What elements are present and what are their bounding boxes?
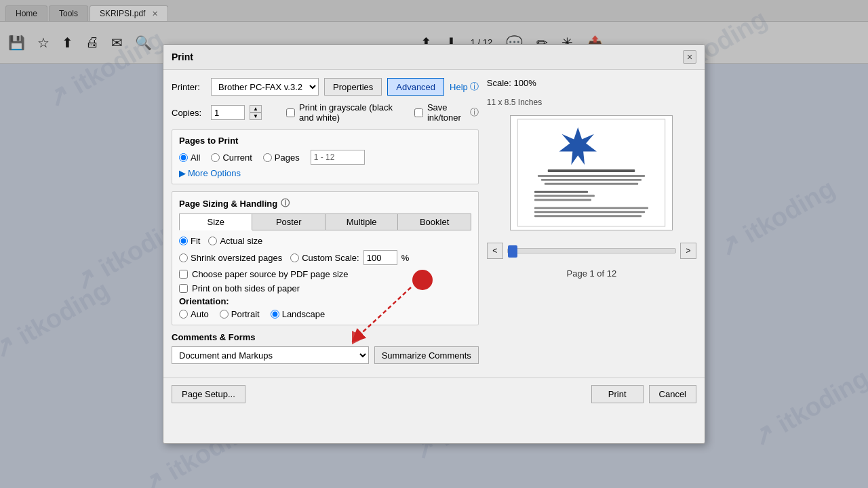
sizing-tab-multiple[interactable]: Multiple [326,214,398,230]
sizing-tab-size[interactable]: Size [179,214,252,230]
advanced-button[interactable]: Advanced [387,78,444,96]
copies-spinner: ▲ ▼ [250,105,262,120]
print-dialog: Print × Printer: Brother PC-FAX v.3.2 Pr… [163,44,705,444]
custom-scale-input[interactable] [363,250,397,265]
pages-pages-radio[interactable] [263,153,272,162]
help-link[interactable]: Help ⓘ [450,81,479,93]
dialog-body: Printer: Brother PC-FAX v.3.2 Properties… [163,70,705,372]
spinner-down[interactable]: ▼ [250,113,262,120]
choose-paper-checkbox[interactable] [179,270,188,279]
shrink-row: Shrink oversized pages Custom Scale: % [179,250,471,265]
spinner-up[interactable]: ▲ [250,105,262,113]
print-both-sides-checkbox[interactable] [179,284,188,293]
properties-button[interactable]: Properties [324,78,382,96]
footer-right: Print Cancel [591,385,696,403]
custom-scale-radio[interactable] [290,253,299,262]
fit-radio[interactable] [179,237,188,245]
landscape-radio[interactable] [271,310,279,319]
app-background: ↗ itkoding ↗ itkoding ↗ itkoding ↗ itkod… [0,0,868,488]
page-sizing-info-icon: ⓘ [281,197,290,209]
print-button[interactable]: Print [591,385,644,403]
dialog-footer: Page Setup... Print Cancel [163,378,705,410]
comments-forms-section: Comments & Forms Document and Markups Do… [172,332,479,364]
pages-to-print-title: Pages to Print [179,136,471,146]
orientation-section: Orientation: Auto Portrait [179,296,471,319]
slider-thumb[interactable] [508,245,517,258]
preview-size-text: 11 x 8.5 Inches [487,98,696,107]
orientation-landscape[interactable]: Landscape [271,309,326,319]
printer-label: Printer: [172,82,205,92]
dialog-close-button[interactable]: × [683,50,696,64]
sizing-options: Fit Actual size Shrink overs [179,236,471,293]
page-indicator: Page 1 of 12 [487,268,696,279]
custom-scale-option[interactable]: Custom Scale: [290,253,359,263]
svg-rect-8 [534,199,591,201]
printer-row: Printer: Brother PC-FAX v.3.2 Properties… [172,78,479,96]
page-setup-button[interactable]: Page Setup... [172,385,245,403]
shrink-option[interactable]: Shrink oversized pages [179,253,282,263]
grayscale-label: Print in grayscale (black and white) [299,102,403,123]
choose-paper-row: Choose paper source by PDF page size [179,269,471,279]
orientation-auto[interactable]: Auto [179,309,209,319]
copies-label: Copies: [172,108,205,118]
sizing-tab-poster[interactable]: Poster [252,214,325,230]
pages-options: All Current Pages [179,150,471,165]
actual-size-radio[interactable] [208,237,217,245]
preview-svg [511,116,672,230]
help-icon: ⓘ [470,81,479,93]
scale-text: Scale: 100% [487,78,696,88]
orientation-options: Auto Portrait Landscape [179,309,471,319]
grayscale-row: Print in grayscale (black and white) [286,102,403,123]
custom-scale-row: Custom Scale: % [290,250,409,265]
svg-rect-4 [541,179,642,181]
fit-row: Fit Actual size [179,236,471,246]
save-ink-checkbox[interactable] [414,108,423,117]
left-panel: Printer: Brother PC-FAX v.3.2 Properties… [172,78,479,364]
pages-to-print-section: Pages to Print All Current [172,129,479,184]
fit-option[interactable]: Fit [179,236,200,246]
actual-size-option[interactable]: Actual size [208,236,262,246]
svg-rect-6 [534,191,588,193]
summarize-comments-button[interactable]: Summarize Comments [374,346,479,364]
svg-rect-2 [548,169,635,172]
prev-page-button[interactable]: < [487,243,503,259]
chevron-right-icon: ▶ [179,168,186,178]
orientation-portrait[interactable]: Portrait [220,309,260,319]
print-both-sides-row: Print on both sides of paper [179,283,471,293]
next-page-button[interactable]: > [680,243,696,259]
save-ink-info-icon: ⓘ [470,106,479,119]
pages-current-option[interactable]: Current [211,152,252,163]
comments-select[interactable]: Document and Markups Document Form Field… [172,346,369,364]
comments-forms-title: Comments & Forms [172,332,479,342]
sizing-tab-booklet[interactable]: Booklet [398,214,471,230]
page-sizing-section: Page Sizing & Handling ⓘ Size Poster [172,191,479,325]
dialog-title: Print [172,52,193,62]
pages-all-radio[interactable] [179,153,188,162]
copies-options-row: Copies: ▲ ▼ Print in grayscale (black an… [172,102,479,123]
pages-all-option[interactable]: All [179,152,200,163]
page-slider[interactable] [507,248,676,253]
svg-rect-5 [545,183,638,185]
copies-row: Copies: ▲ ▼ [172,105,262,120]
shrink-radio[interactable] [179,253,188,262]
cancel-button[interactable]: Cancel [649,385,696,403]
more-options-link[interactable]: ▶ More Options [179,168,471,178]
sizing-tabs: Size Poster Multiple Booklet [179,214,471,230]
pages-current-radio[interactable] [211,153,220,162]
svg-rect-7 [534,195,595,197]
svg-rect-3 [538,175,645,177]
modal-overlay: Print × Printer: Brother PC-FAX v.3.2 Pr… [0,0,868,488]
svg-rect-11 [534,215,642,217]
portrait-radio[interactable] [220,310,229,319]
printer-select[interactable]: Brother PC-FAX v.3.2 [211,78,319,96]
pages-pages-option[interactable]: Pages [263,152,300,163]
grayscale-checkbox[interactable] [286,108,295,117]
page-sizing-title: Page Sizing & Handling ⓘ [179,197,471,209]
auto-radio[interactable] [179,310,188,319]
preview-area [510,115,673,230]
copies-input[interactable] [211,105,245,120]
preview-nav: < > [487,243,696,259]
pages-range-input[interactable] [311,150,365,165]
svg-rect-9 [534,207,648,209]
save-ink-label: Save ink/toner [427,102,466,123]
